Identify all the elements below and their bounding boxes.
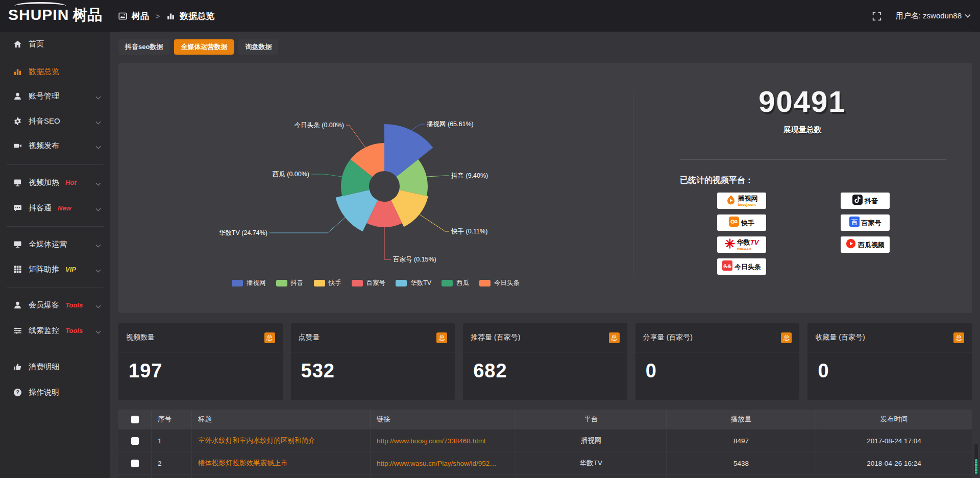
cell-link[interactable]: http://www.wasu.cn/Play/show/id/952… <box>370 452 516 474</box>
sidebar-item-label: 操作说明 <box>29 388 59 397</box>
cell-plays: 5438 <box>666 452 816 474</box>
platforms-title: 已统计的视频平台： <box>680 175 753 186</box>
sidebar-item-member[interactable]: 会员爆客Tools <box>0 296 110 314</box>
legend-item[interactable]: 播视网 <box>232 279 266 288</box>
platform-name: 今日头条 <box>734 264 761 270</box>
total-badge: 总 <box>264 332 275 343</box>
scrollbar-thumb[interactable] <box>975 459 977 474</box>
svg-text:?: ? <box>16 390 19 395</box>
sidebar-item-sliders[interactable]: 线索监控Tools <box>0 322 110 339</box>
sidebar-item-label: 账号管理 <box>29 91 59 101</box>
cell-link[interactable]: http://www.boosj.com/7338468.html <box>370 430 516 451</box>
sidebar-item-label: 首页 <box>29 39 44 49</box>
legend-label: 西瓜 <box>456 279 469 288</box>
sidebar-item-screen-play[interactable]: 视频加热Hot <box>0 174 110 191</box>
videos-table: 序号标题链接平台播放量发布时间1室外水纹灯和室内水纹灯的区别和简介http://… <box>118 410 972 478</box>
tab[interactable]: 抖音seo数据 <box>118 39 169 55</box>
sidebar-item-label: 视频加热 <box>29 178 59 187</box>
checkbox[interactable] <box>131 416 139 423</box>
platform-badge-text: 西瓜视频 <box>858 242 885 248</box>
thumb-card-icon <box>13 363 22 371</box>
pie-label-line <box>270 218 345 233</box>
sidebar-item-thumb-card[interactable]: 消费明细 <box>0 358 110 375</box>
platform-badge-text: 播视网boosj.com <box>738 195 758 206</box>
cell-title[interactable]: 楼体投影灯投影效果震撼上市 <box>191 452 370 474</box>
table-header-row: 序号标题链接平台播放量发布时间 <box>118 410 972 429</box>
logo[interactable]: SHUPIN 树品 <box>8 7 102 22</box>
cell-plays: 8497 <box>666 430 816 451</box>
platform-badge: 抖音 <box>841 193 890 209</box>
sidebar-item-video-camera[interactable]: 视频发布 <box>0 137 110 154</box>
stat-card-value: 0 <box>807 352 972 390</box>
chevron-down-icon <box>96 94 101 100</box>
legend-swatch <box>232 280 243 286</box>
tab[interactable]: 询盘数据 <box>238 39 278 55</box>
sidebar-divider <box>7 349 104 349</box>
total-badge: 总 <box>436 332 447 343</box>
scrollbar-track[interactable] <box>974 443 978 476</box>
chevron-down-icon <box>96 243 101 248</box>
legend-item[interactable]: 抖音 <box>276 279 304 288</box>
legend-swatch <box>396 280 407 286</box>
legend-item[interactable]: 百家号 <box>352 279 386 288</box>
summary-panel: 90491 展现量总数 已统计的视频平台： 播视网boosj.com抖音快手百百… <box>633 63 972 313</box>
cell-title[interactable]: 室外水纹灯和室内水纹灯的区别和简介 <box>191 430 370 451</box>
user-menu[interactable]: 用户名: zswodun88 <box>896 11 970 21</box>
legend-item[interactable]: 今日头条 <box>479 279 520 288</box>
pie-label-line <box>311 174 342 177</box>
cell-checkbox <box>118 452 151 474</box>
platform-badge: 头条今日头条 <box>717 258 766 275</box>
pie-slice[interactable] <box>335 190 378 232</box>
pie-label: 抖音 (9.40%) <box>451 172 488 180</box>
legend-item[interactable]: 快手 <box>314 279 341 288</box>
legend-item[interactable]: 华数TV <box>396 279 431 288</box>
total-badge: 总 <box>953 332 964 343</box>
impressions-total-label: 展现量总数 <box>633 125 972 135</box>
sidebar-item-user[interactable]: 账号管理 <box>0 87 110 105</box>
sidebar-item-bar-chart[interactable]: 数据总览 <box>0 63 110 80</box>
kuaishou-logo-icon <box>729 217 739 229</box>
sidebar-item-home[interactable]: 首页 <box>0 35 110 53</box>
chevron-down-icon <box>96 119 101 125</box>
platform-name: 播视网 <box>738 195 758 202</box>
platform-name: 快手 <box>741 220 754 226</box>
wasu-logo-icon <box>725 238 735 251</box>
svg-text:百: 百 <box>851 219 857 226</box>
stat-card: 推荐量 (百家号)总682 <box>463 323 627 400</box>
tab[interactable]: 全媒体运营数据 <box>174 39 234 55</box>
sidebar: 首页数据总览账号管理抖音SEO视频发布视频加热Hot抖客通New全媒体运营矩阵助… <box>0 32 110 478</box>
screen-play-icon <box>13 178 22 187</box>
sidebar-item-monitor[interactable]: 全媒体运营 <box>0 235 110 253</box>
topbar-divider <box>118 32 972 32</box>
photo-icon <box>118 12 127 20</box>
sidebar-item-grid[interactable]: 矩阵助推VIP <box>0 260 110 278</box>
fullscreen-icon[interactable] <box>872 12 881 21</box>
platform-badge: 百百家号 <box>841 214 890 231</box>
checkbox[interactable] <box>131 460 139 467</box>
stat-card: 点赞量总532 <box>291 323 455 400</box>
sidebar-item-question-circle[interactable]: ?操作说明 <box>0 384 110 401</box>
breadcrumb-root[interactable]: 树品 <box>132 10 149 22</box>
chevron-down-icon <box>96 144 101 149</box>
total-badge: 总 <box>781 332 792 343</box>
chevron-down-icon <box>96 303 101 308</box>
sidebar-item-label: 会员爆客 <box>29 300 59 310</box>
cell-index: 2 <box>151 452 191 474</box>
checkbox[interactable] <box>131 437 139 445</box>
chart-legend: 播视网抖音快手百家号华数TV西瓜今日头条 <box>118 279 633 288</box>
legend-item[interactable]: 西瓜 <box>442 279 469 288</box>
sidebar-divider <box>7 164 104 165</box>
video-camera-icon <box>13 141 22 150</box>
stat-card-header: 分享量 (百家号)总 <box>635 323 800 352</box>
cell-platform: 播视网 <box>516 430 666 451</box>
sidebar-item-gear[interactable]: 抖音SEO <box>0 112 110 130</box>
cell-index: 1 <box>151 430 191 451</box>
platform-sub: boosj.com <box>738 203 756 206</box>
platform-badge-text: 快手 <box>741 220 754 226</box>
pie-label: 播视网 (65.61%) <box>427 120 474 129</box>
legend-label: 播视网 <box>247 279 266 288</box>
pie-label-line <box>346 125 365 148</box>
cell-empty <box>370 475 516 478</box>
sidebar-item-chat-bubble[interactable]: 抖客通New <box>0 199 110 217</box>
sliders-icon <box>13 326 22 335</box>
